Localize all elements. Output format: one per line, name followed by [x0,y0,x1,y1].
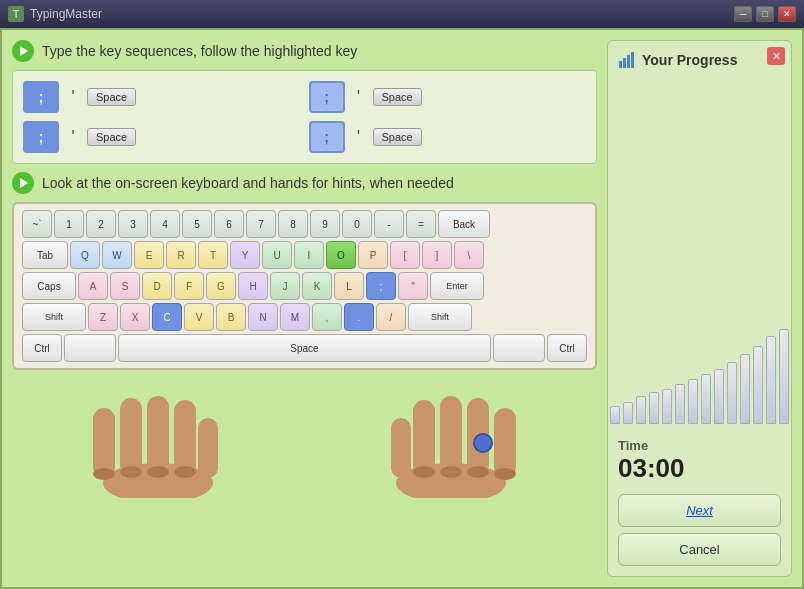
kb-key-3[interactable]: 3 [118,210,148,238]
title-bar: T TypingMaster ─ □ ✕ [0,0,804,28]
key-box-2a: ; [23,121,59,153]
kb-key-h[interactable]: H [238,272,268,300]
play-instruction-2-button[interactable] [12,172,34,194]
kb-key-lctrl[interactable]: Ctrl [22,334,62,362]
kb-key-backslash[interactable]: \ [454,241,484,269]
chart-bar-2 [636,396,646,424]
maximize-button[interactable]: □ [756,6,774,22]
kb-key-caps[interactable]: Caps [22,272,76,300]
kb-key-slash[interactable]: / [376,303,406,331]
svg-rect-20 [619,61,622,68]
kb-key-lbracket[interactable]: [ [390,241,420,269]
kb-key-lalt[interactable] [64,334,116,362]
kb-key-backspace[interactable]: Back [438,210,490,238]
close-window-button[interactable]: ✕ [778,6,796,22]
kb-key-m[interactable]: M [280,303,310,331]
kb-key-j[interactable]: J [270,272,300,300]
kb-key-tab[interactable]: Tab [22,241,68,269]
kb-key-ralt[interactable] [493,334,545,362]
kb-key-c[interactable]: C [152,303,182,331]
kb-key-y[interactable]: Y [230,241,260,269]
svg-rect-23 [631,52,634,68]
cancel-button[interactable]: Cancel [618,533,781,566]
kb-key-minus[interactable]: - [374,210,404,238]
kb-key-lshift[interactable]: Shift [22,303,86,331]
kb-key-7[interactable]: 7 [246,210,276,238]
progress-chart-area [618,79,781,428]
space-button-2b[interactable]: Space [373,128,422,146]
chart-bar-6 [688,379,698,424]
chart-bars-container [610,324,789,424]
svg-point-7 [120,466,142,478]
kb-key-8[interactable]: 8 [278,210,308,238]
kb-key-a[interactable]: A [78,272,108,300]
kb-key-period[interactable]: . [344,303,374,331]
sequence-row-2b: ; ' Space [309,121,587,153]
kb-key-2[interactable]: 2 [86,210,116,238]
progress-label: Your Progress [642,52,737,68]
kb-key-4[interactable]: 4 [150,210,180,238]
kb-key-p[interactable]: P [358,241,388,269]
kb-key-quote[interactable]: " [398,272,428,300]
main-window: Type the key sequences, follow the highl… [0,28,804,589]
play-instruction-1-button[interactable] [12,40,34,62]
app-title: TypingMaster [30,7,734,21]
kb-key-x[interactable]: X [120,303,150,331]
kb-key-o[interactable]: O [326,241,356,269]
kb-key-rctrl[interactable]: Ctrl [547,334,587,362]
kb-key-b[interactable]: B [216,303,246,331]
minimize-button[interactable]: ─ [734,6,752,22]
kb-key-enter[interactable]: Enter [430,272,484,300]
kb-key-comma[interactable]: , [312,303,342,331]
sequence-row-1b: ; ' Space [309,81,587,113]
kb-key-semicolon[interactable]: ; [366,272,396,300]
kb-key-rshift[interactable]: Shift [408,303,472,331]
window-controls: ─ □ ✕ [734,6,796,22]
key-box-1b: ; [309,81,345,113]
chart-bar-5 [675,384,685,424]
kb-key-w[interactable]: W [102,241,132,269]
space-button-2a[interactable]: Space [87,128,136,146]
kb-key-e[interactable]: E [134,241,164,269]
kb-key-i[interactable]: I [294,241,324,269]
kb-key-z[interactable]: Z [88,303,118,331]
svg-point-8 [147,466,169,478]
kb-key-backtick[interactable]: ~` [22,210,52,238]
kb-row-numbers: ~` 1 2 3 4 5 6 7 8 9 0 - = Back [22,210,587,238]
kb-key-rbracket[interactable]: ] [422,241,452,269]
kb-key-f[interactable]: F [174,272,204,300]
time-label: Time [618,438,781,453]
kb-key-5[interactable]: 5 [182,210,212,238]
kb-key-u[interactable]: U [262,241,292,269]
space-button-1b[interactable]: Space [373,88,422,106]
kb-key-n[interactable]: N [248,303,278,331]
chart-bar-10 [740,354,750,424]
kb-key-space[interactable]: Space [118,334,491,362]
kb-key-0[interactable]: 0 [342,210,372,238]
kb-key-l[interactable]: L [334,272,364,300]
chart-bar-4 [662,389,672,424]
svg-rect-21 [623,58,626,68]
kb-key-r[interactable]: R [166,241,196,269]
next-button[interactable]: Next [618,494,781,527]
svg-rect-4 [174,400,196,476]
kb-key-6[interactable]: 6 [214,210,244,238]
kb-key-1[interactable]: 1 [54,210,84,238]
kb-key-s[interactable]: S [110,272,140,300]
key-box-2b: ; [309,121,345,153]
kb-key-d[interactable]: D [142,272,172,300]
chart-bar-11 [753,346,763,424]
left-hand-svg [73,388,243,498]
kb-row-space: Ctrl Space Ctrl [22,334,587,362]
kb-key-equals[interactable]: = [406,210,436,238]
space-button-1a[interactable]: Space [87,88,136,106]
kb-key-v[interactable]: V [184,303,214,331]
keyboard-section: ~` 1 2 3 4 5 6 7 8 9 0 - = Back T [12,202,597,370]
kb-key-g[interactable]: G [206,272,236,300]
kb-key-9[interactable]: 9 [310,210,340,238]
svg-point-17 [467,466,489,478]
close-panel-button[interactable]: ✕ [767,47,785,65]
kb-key-k[interactable]: K [302,272,332,300]
kb-key-q[interactable]: Q [70,241,100,269]
kb-key-t[interactable]: T [198,241,228,269]
